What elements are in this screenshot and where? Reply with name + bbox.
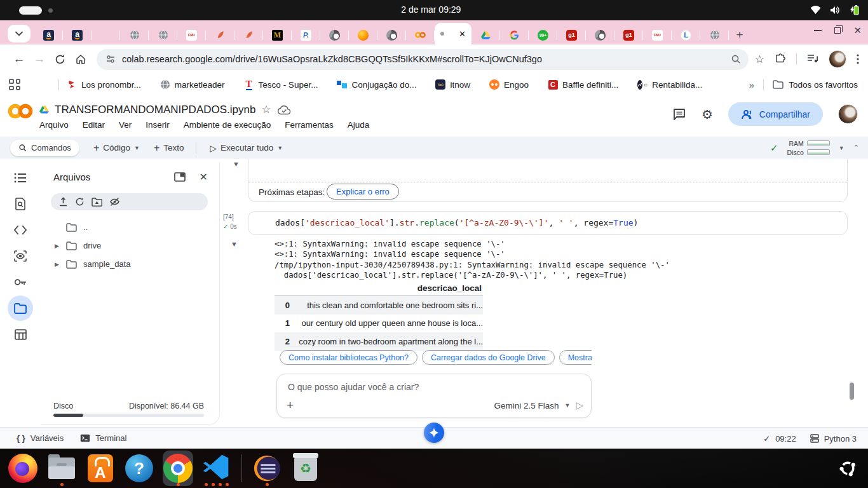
expand-caret-icon[interactable]: ▶ bbox=[55, 261, 66, 268]
tab-feather[interactable] bbox=[206, 25, 234, 44]
file-tree-row-drive[interactable]: ▶drive bbox=[41, 236, 219, 255]
dock-vscode[interactable] bbox=[201, 451, 232, 486]
find-replace-icon[interactable] bbox=[13, 196, 28, 212]
dock-eclipse[interactable] bbox=[252, 451, 282, 486]
colab-logo[interactable] bbox=[8, 103, 33, 119]
tab-globe[interactable] bbox=[120, 25, 149, 44]
dock-firefox[interactable] bbox=[8, 451, 38, 486]
comments-icon[interactable] bbox=[673, 108, 686, 121]
vision-eye-icon[interactable] bbox=[13, 248, 28, 264]
menu-editar[interactable]: Editar bbox=[83, 120, 105, 130]
file-tree-row-sample_data[interactable]: ▶sample_data bbox=[41, 255, 219, 273]
tab-chrome-gray[interactable] bbox=[320, 25, 349, 44]
tab-drive[interactable] bbox=[471, 25, 500, 44]
bookmark-item[interactable]: CBaffle definiti... bbox=[548, 79, 618, 90]
bookmark-item[interactable]: Rentabilida... bbox=[637, 79, 702, 90]
suggestion-chip[interactable]: Como instalar bibliotecas Python? bbox=[280, 350, 417, 365]
refresh-icon[interactable] bbox=[75, 197, 85, 207]
suggestion-chip[interactable]: Carregar dados do Google Drive bbox=[422, 350, 555, 365]
menu-ferramentas[interactable]: Ferramentas bbox=[285, 120, 334, 130]
run-all-button[interactable]: ▷Executar tudo▼ bbox=[210, 143, 283, 153]
browser-profile-avatar[interactable] bbox=[829, 50, 846, 68]
back-button[interactable]: ← bbox=[9, 52, 29, 66]
colab-profile-avatar[interactable] bbox=[838, 104, 858, 124]
menu-arquivo[interactable]: Arquivo bbox=[39, 120, 69, 130]
restore-icon[interactable] bbox=[834, 27, 841, 34]
ubuntu-logo-icon[interactable] bbox=[837, 458, 858, 478]
url-text[interactable]: colab.research.google.com/drive/16WuSaOp… bbox=[122, 54, 731, 64]
reading-list-icon[interactable] bbox=[807, 54, 818, 64]
tab-chrome-gray[interactable] bbox=[586, 25, 614, 44]
tab-fmu[interactable]: FMU bbox=[177, 25, 206, 44]
bookmark-item[interactable]: itaúitnow bbox=[435, 79, 470, 90]
bookmark-item[interactable]: marketleader bbox=[160, 79, 225, 90]
minimize-icon[interactable] bbox=[814, 30, 822, 31]
menu-ambiente-de-execu-o[interactable]: Ambiente de execução bbox=[184, 120, 271, 130]
tab-tinkercad[interactable] bbox=[92, 25, 120, 44]
star-notebook-icon[interactable]: ☆ bbox=[261, 103, 271, 116]
all-bookmarks-button[interactable]: Todos os favoritos bbox=[773, 80, 858, 90]
tab-search-button[interactable] bbox=[8, 25, 31, 43]
notebook-scrollbar[interactable] bbox=[850, 383, 854, 400]
bookmarks-overflow-chevron[interactable]: » bbox=[749, 79, 754, 90]
browser-menu-icon[interactable] bbox=[857, 54, 859, 64]
reload-button[interactable] bbox=[50, 54, 70, 65]
tab-globe[interactable] bbox=[700, 25, 729, 44]
dock-files[interactable] bbox=[46, 451, 77, 486]
gemini-attach-button[interactable]: + bbox=[287, 399, 294, 411]
tab-chrome-gray[interactable] bbox=[377, 25, 406, 44]
tab-feather[interactable] bbox=[234, 25, 263, 44]
tab-globe[interactable] bbox=[149, 25, 177, 44]
tab-medium[interactable]: M bbox=[263, 25, 292, 44]
tab-fmu[interactable]: FMU bbox=[643, 25, 672, 44]
tab-orange[interactable] bbox=[349, 25, 377, 44]
secrets-key-icon[interactable] bbox=[13, 274, 28, 290]
tab-google[interactable] bbox=[500, 25, 529, 44]
add-text-button[interactable]: +Texto bbox=[154, 142, 184, 154]
new-tab-button[interactable]: + bbox=[729, 25, 750, 44]
tab-colab[interactable] bbox=[406, 25, 435, 44]
collapse-cell-icon[interactable]: ▼ bbox=[233, 160, 240, 168]
commands-button[interactable]: Comandos bbox=[10, 140, 79, 156]
extensions-icon[interactable] bbox=[775, 53, 786, 65]
menu-inserir[interactable]: Inserir bbox=[146, 120, 170, 130]
close-tab-icon[interactable]: ✕ bbox=[459, 30, 466, 38]
dock-trash[interactable]: ♻ bbox=[290, 451, 321, 486]
menu-ajuda[interactable]: Ajuda bbox=[348, 120, 370, 130]
system-clock[interactable]: 2 de mar 09:29 bbox=[401, 4, 461, 15]
gemini-fab[interactable] bbox=[424, 423, 444, 443]
settings-gear-icon[interactable]: ⚙ bbox=[702, 107, 713, 122]
file-tree-row-up[interactable]: .. bbox=[41, 218, 219, 236]
tab-l-circle[interactable]: L bbox=[672, 25, 700, 44]
home-button[interactable] bbox=[70, 53, 92, 65]
kernel-selector[interactable]: Python 3 bbox=[810, 434, 857, 444]
system-tray[interactable] bbox=[810, 4, 859, 17]
expand-caret-icon[interactable]: ▶ bbox=[55, 243, 66, 249]
cloud-saved-icon[interactable] bbox=[277, 105, 291, 115]
upload-icon[interactable] bbox=[58, 197, 68, 207]
url-bar[interactable]: colab.research.google.com/drive/16WuSaOp… bbox=[97, 49, 749, 70]
popout-panel-icon[interactable] bbox=[174, 172, 186, 182]
tab-pearson[interactable]: P. bbox=[292, 25, 320, 44]
bookmark-star-icon[interactable]: ☆ bbox=[755, 53, 764, 66]
menu-ver[interactable]: Ver bbox=[119, 120, 132, 130]
tab-g1[interactable]: g1 bbox=[614, 25, 643, 44]
close-panel-icon[interactable]: ✕ bbox=[200, 171, 208, 183]
activities-pill[interactable] bbox=[19, 6, 42, 15]
site-settings-icon[interactable] bbox=[105, 54, 116, 64]
code-cell[interactable]: dados['descricao_local'].str.replace('[^… bbox=[248, 211, 848, 235]
table-of-contents-icon[interactable] bbox=[13, 170, 28, 186]
dock-store[interactable]: A bbox=[85, 451, 116, 486]
gemini-model-selector[interactable]: Gemini 2.5 Flash bbox=[494, 401, 559, 410]
collapse-output-icon[interactable]: ▼ bbox=[231, 240, 238, 248]
apps-shortcut-icon[interactable] bbox=[9, 79, 20, 90]
explain-error-button[interactable]: Explicar o erro bbox=[327, 184, 399, 200]
tab-wa[interactable]: 99+ bbox=[529, 25, 557, 44]
dock-help[interactable]: ? bbox=[124, 451, 154, 486]
active-tab[interactable]: ✕ bbox=[435, 23, 471, 44]
share-button[interactable]: Compartilhar bbox=[728, 102, 823, 126]
notebook-title[interactable]: TRANSFORMANDOMANIPDADOS.ipynb bbox=[55, 104, 255, 116]
tab-amazon[interactable]: a bbox=[34, 25, 63, 44]
bookmark-item[interactable]: Los pronombr... bbox=[67, 79, 141, 90]
eye-off-icon[interactable] bbox=[109, 197, 120, 207]
